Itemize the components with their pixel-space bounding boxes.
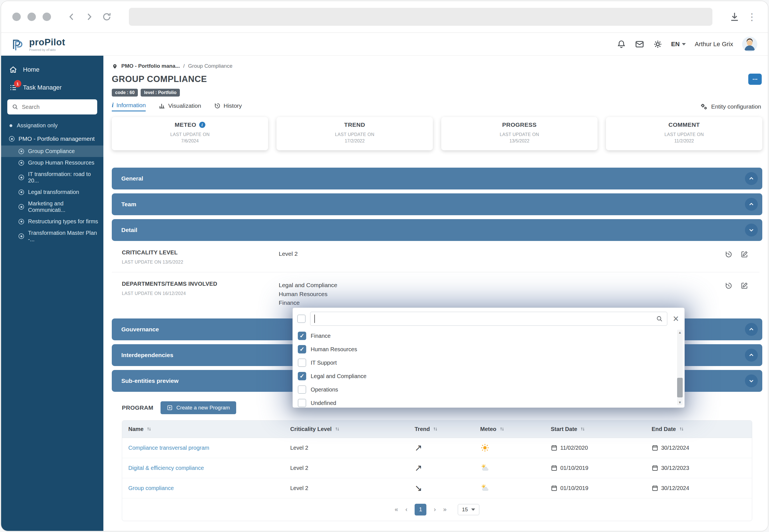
sidebar-item-it-transformation[interactable]: IT transformation: road to 20... bbox=[1, 168, 103, 186]
pagination-next-button[interactable]: › bbox=[434, 506, 436, 513]
criticality-cell: Level 2 bbox=[290, 485, 411, 491]
sidebar-item-home[interactable]: Home bbox=[1, 61, 103, 79]
chevron-toggle-button[interactable] bbox=[745, 198, 758, 211]
column-header-end-date[interactable]: End Date bbox=[652, 426, 752, 432]
tab-visualization[interactable]: Visualization bbox=[158, 102, 201, 111]
option-it-support[interactable]: ✓ IT Support bbox=[297, 356, 672, 369]
option-checkbox[interactable]: ✓ bbox=[298, 332, 306, 340]
option-operations[interactable]: ✓ Operations bbox=[297, 383, 672, 396]
avatar[interactable] bbox=[742, 37, 757, 52]
option-label: Legal and Compliance bbox=[311, 373, 366, 379]
sidebar-item-group-compliance[interactable]: Group Compliance bbox=[1, 146, 103, 157]
settings-gear-icon[interactable] bbox=[653, 40, 662, 49]
scrollbar-thumb[interactable] bbox=[677, 378, 683, 397]
scroll-down-icon[interactable]: ▼ bbox=[678, 400, 682, 404]
breadcrumb-parent[interactable]: PMO - Portfolio mana... bbox=[121, 63, 180, 69]
option-checkbox[interactable]: ✓ bbox=[298, 358, 306, 367]
info-icon[interactable]: i bbox=[199, 122, 206, 128]
download-icon[interactable] bbox=[729, 11, 740, 22]
column-header-name[interactable]: Name bbox=[122, 426, 290, 432]
task-count-badge: 1 bbox=[14, 80, 21, 87]
pagination-first-button[interactable]: « bbox=[395, 506, 398, 513]
search-input[interactable] bbox=[22, 104, 96, 110]
sort-icon[interactable] bbox=[580, 426, 586, 432]
messages-envelope-icon[interactable] bbox=[635, 39, 644, 49]
section-general[interactable]: General bbox=[112, 168, 762, 189]
section-detail[interactable]: Detail bbox=[112, 219, 762, 241]
field-edit-icon[interactable] bbox=[740, 282, 748, 290]
chevron-toggle-button[interactable] bbox=[745, 323, 758, 336]
option-finance[interactable]: ✓ Finance bbox=[297, 329, 672, 343]
option-human-resources[interactable]: ✓ Human Resources bbox=[297, 343, 672, 356]
close-icon[interactable]: × bbox=[672, 314, 680, 324]
language-selector[interactable]: EN bbox=[671, 41, 686, 48]
forward-icon[interactable] bbox=[84, 12, 94, 22]
card-title: METEO bbox=[174, 121, 196, 128]
select-all-checkbox[interactable]: ✓ bbox=[297, 315, 306, 323]
assignation-only-toggle[interactable]: Assignation only bbox=[1, 119, 103, 132]
page-more-button[interactable]: ... bbox=[748, 74, 762, 85]
chevron-toggle-button[interactable] bbox=[745, 349, 758, 362]
sort-icon[interactable] bbox=[499, 426, 505, 432]
chevron-toggle-button[interactable] bbox=[745, 172, 758, 185]
sidebar-item-marketing-communication[interactable]: Marketing and Communicati... bbox=[1, 198, 103, 216]
table-row: Compliance transversal program Level 2 ↗… bbox=[122, 438, 752, 458]
breadcrumb-current: Group Compliance bbox=[188, 63, 232, 69]
option-checkbox[interactable]: ✓ bbox=[298, 399, 306, 407]
option-undefined[interactable]: ✓ Undefined bbox=[297, 396, 672, 410]
column-header-meteo[interactable]: Meteo bbox=[478, 426, 551, 432]
sidebar-item-pmo-root[interactable]: PMO - Portfolio management bbox=[1, 132, 103, 146]
card-title: PROGRESS bbox=[502, 121, 536, 128]
notifications-bell-icon[interactable] bbox=[617, 40, 626, 49]
section-team[interactable]: Team bbox=[112, 193, 762, 215]
entity-configuration-button[interactable]: Entity configuration bbox=[700, 103, 761, 111]
column-header-start-date[interactable]: Start Date bbox=[551, 426, 652, 432]
sidebar-item-transformation-master-plan[interactable]: Transformation Master Plan -... bbox=[1, 227, 103, 245]
entity-icon bbox=[18, 233, 24, 239]
option-checkbox[interactable]: ✓ bbox=[298, 385, 306, 394]
program-link[interactable]: Digital & efficiency compliance bbox=[128, 465, 204, 471]
pagination-prev-button[interactable]: ‹ bbox=[405, 506, 407, 513]
column-header-criticality[interactable]: Criticality Level bbox=[290, 426, 411, 432]
tab-history[interactable]: History bbox=[214, 102, 242, 111]
chevron-toggle-button[interactable] bbox=[745, 224, 758, 236]
browser-menu-icon[interactable]: ⋮ bbox=[747, 12, 757, 22]
sidebar-item-task-manager[interactable]: 1 Task Manager bbox=[1, 79, 103, 97]
program-link[interactable]: Compliance transversal program bbox=[128, 445, 209, 451]
sidebar-item-legal-transformation[interactable]: Legal transformation bbox=[1, 186, 103, 198]
sidebar-item-group-human-ressources[interactable]: Group Human Ressources bbox=[1, 157, 103, 168]
create-program-button[interactable]: Create a new Program bbox=[160, 401, 236, 414]
option-legal-and-compliance[interactable]: ✓ Legal and Compliance bbox=[297, 369, 672, 383]
refresh-icon[interactable] bbox=[101, 11, 112, 22]
pagination-current-page[interactable]: 1 bbox=[415, 504, 426, 515]
sidebar-item-restructuring-types[interactable]: Restructuring types for firms bbox=[1, 216, 103, 227]
entity-icon bbox=[18, 204, 24, 210]
sort-icon[interactable] bbox=[433, 426, 438, 432]
pagination-last-button[interactable]: » bbox=[443, 506, 446, 513]
sort-icon[interactable] bbox=[679, 426, 684, 432]
sort-icon[interactable] bbox=[335, 426, 340, 432]
page-size-select[interactable]: 15 bbox=[458, 504, 479, 515]
user-name[interactable]: Arthur Le Grix bbox=[695, 41, 733, 48]
option-checkbox[interactable]: ✓ bbox=[298, 372, 306, 380]
scroll-up-icon[interactable]: ▲ bbox=[678, 331, 682, 334]
address-bar[interactable] bbox=[129, 8, 712, 26]
back-icon[interactable] bbox=[67, 12, 77, 22]
sidebar-search[interactable] bbox=[7, 99, 97, 114]
option-label: Operations bbox=[311, 386, 338, 393]
column-header-trend[interactable]: Trend bbox=[411, 426, 478, 432]
tab-information-label: Information bbox=[116, 102, 146, 109]
field-history-icon[interactable] bbox=[725, 282, 733, 290]
tab-information[interactable]: i Information bbox=[112, 102, 146, 111]
dropdown-search-input[interactable] bbox=[310, 312, 667, 326]
field-edit-icon[interactable] bbox=[740, 250, 748, 258]
chevron-toggle-button[interactable] bbox=[745, 374, 758, 387]
tab-bar: i Information Visualization History bbox=[103, 97, 768, 111]
brand-name: proPilot bbox=[29, 37, 65, 48]
field-history-icon[interactable] bbox=[725, 250, 733, 258]
program-link[interactable]: Group compliance bbox=[128, 485, 174, 491]
option-checkbox[interactable]: ✓ bbox=[298, 345, 306, 353]
sidebar-home-label: Home bbox=[23, 66, 39, 73]
sort-icon[interactable] bbox=[146, 426, 152, 432]
trend-down-icon: ↘ bbox=[415, 483, 422, 493]
